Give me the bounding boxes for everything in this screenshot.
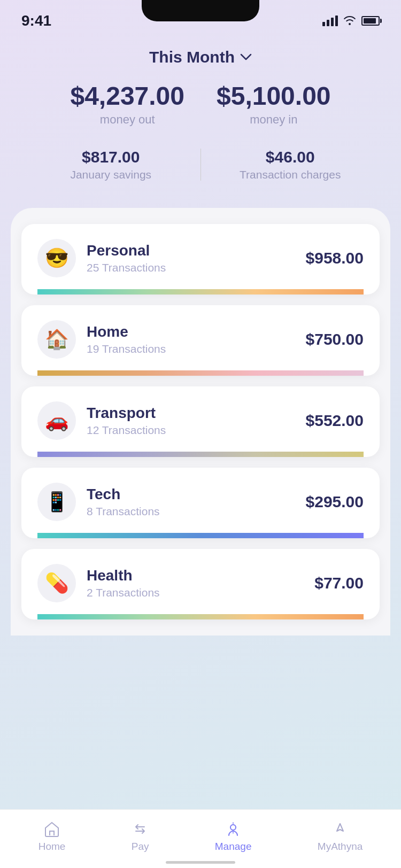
category-icon: 🏠 bbox=[37, 320, 76, 359]
category-info: Tech 8 Transactions bbox=[87, 486, 160, 518]
category-info: Home 19 Transactions bbox=[87, 323, 166, 355]
category-transactions: 25 Transactions bbox=[87, 261, 166, 274]
category-transactions: 2 Transactions bbox=[87, 586, 160, 599]
card-top: 💊 Health 2 Transactions $77.00 bbox=[37, 564, 364, 602]
money-in: $5,100.00 money in bbox=[217, 82, 331, 127]
myathyna-icon bbox=[331, 820, 349, 838]
savings-label: January savings bbox=[32, 168, 190, 181]
category-amount: $552.00 bbox=[306, 412, 364, 430]
notch bbox=[142, 0, 259, 21]
category-card[interactable]: 😎 Personal 25 Transactions $958.00 bbox=[21, 224, 380, 294]
category-icon: 📱 bbox=[37, 483, 76, 521]
savings-amount: $817.00 bbox=[32, 148, 190, 166]
category-card[interactable]: 💊 Health 2 Transactions $77.00 bbox=[21, 549, 380, 619]
card-left: 😎 Personal 25 Transactions bbox=[37, 239, 166, 277]
category-transactions: 12 Transactions bbox=[87, 424, 166, 437]
category-name: Health bbox=[87, 567, 160, 584]
header: This Month bbox=[0, 32, 401, 77]
nav-label-home: Home bbox=[38, 841, 66, 852]
category-info: Transport 12 Transactions bbox=[87, 405, 166, 437]
period-label: This Month bbox=[149, 48, 235, 66]
categories-container: 😎 Personal 25 Transactions $958.00 🏠 Hom… bbox=[11, 208, 390, 636]
period-selector[interactable]: This Month bbox=[149, 48, 252, 66]
money-in-amount: $5,100.00 bbox=[217, 82, 331, 111]
wifi-icon bbox=[343, 14, 356, 28]
signal-icon bbox=[322, 15, 338, 26]
home-bar bbox=[166, 861, 235, 864]
nav-label-myathyna: MyAthyna bbox=[318, 841, 363, 852]
category-transactions: 19 Transactions bbox=[87, 343, 166, 355]
nav-item-home[interactable]: Home bbox=[38, 820, 66, 852]
charges-item: $46.00 Transaction charges bbox=[212, 148, 369, 181]
manage-icon bbox=[225, 820, 242, 838]
category-icon: 💊 bbox=[37, 564, 76, 602]
category-amount: $958.00 bbox=[306, 249, 364, 267]
nav-item-myathyna[interactable]: MyAthyna bbox=[318, 820, 363, 852]
nav-item-pay[interactable]: Pay bbox=[132, 820, 149, 852]
category-info: Personal 25 Transactions bbox=[87, 242, 166, 274]
category-amount: $750.00 bbox=[306, 330, 364, 348]
category-icon: 🚗 bbox=[37, 401, 76, 440]
bottom-nav: Home Pay Manage MyAthyna bbox=[0, 809, 401, 868]
category-amount: $295.00 bbox=[306, 493, 364, 511]
money-out-label: money out bbox=[70, 113, 184, 127]
card-top: 😎 Personal 25 Transactions $958.00 bbox=[37, 239, 364, 277]
category-transactions: 8 Transactions bbox=[87, 505, 160, 518]
category-card[interactable]: 🏠 Home 19 Transactions $750.00 bbox=[21, 305, 380, 376]
battery-icon bbox=[361, 16, 380, 26]
charges-label: Transaction charges bbox=[212, 168, 369, 181]
category-icon: 😎 bbox=[37, 239, 76, 277]
category-name: Tech bbox=[87, 486, 160, 503]
card-top: 🚗 Transport 12 Transactions $552.00 bbox=[37, 401, 364, 440]
savings-item: $817.00 January savings bbox=[32, 148, 190, 181]
nav-label-pay: Pay bbox=[132, 841, 149, 852]
card-top: 📱 Tech 8 Transactions $295.00 bbox=[37, 483, 364, 521]
category-amount: $77.00 bbox=[314, 574, 364, 592]
progress-bar bbox=[37, 614, 364, 619]
card-left: 📱 Tech 8 Transactions bbox=[37, 483, 160, 521]
money-in-label: money in bbox=[217, 113, 331, 127]
money-overview: $4,237.00 money out $5,100.00 money in bbox=[0, 77, 401, 143]
chevron-down-icon bbox=[240, 50, 252, 64]
category-card[interactable]: 📱 Tech 8 Transactions $295.00 bbox=[21, 468, 380, 538]
charges-amount: $46.00 bbox=[212, 148, 369, 166]
card-top: 🏠 Home 19 Transactions $750.00 bbox=[37, 320, 364, 359]
category-name: Personal bbox=[87, 242, 166, 259]
card-left: 🚗 Transport 12 Transactions bbox=[37, 401, 166, 440]
svg-point-0 bbox=[230, 825, 236, 830]
savings-divider bbox=[200, 149, 201, 181]
savings-row: $817.00 January savings $46.00 Transacti… bbox=[32, 143, 369, 187]
category-name: Home bbox=[87, 323, 166, 340]
home-icon bbox=[43, 820, 60, 838]
nav-label-manage: Manage bbox=[215, 841, 252, 852]
progress-bar bbox=[37, 533, 364, 538]
card-left: 💊 Health 2 Transactions bbox=[37, 564, 160, 602]
money-out: $4,237.00 money out bbox=[70, 82, 184, 127]
status-icons bbox=[322, 14, 380, 28]
progress-bar bbox=[37, 289, 364, 294]
card-left: 🏠 Home 19 Transactions bbox=[37, 320, 166, 359]
pay-icon bbox=[132, 820, 149, 838]
category-card[interactable]: 🚗 Transport 12 Transactions $552.00 bbox=[21, 386, 380, 457]
status-time: 9:41 bbox=[21, 12, 51, 29]
money-out-amount: $4,237.00 bbox=[70, 82, 184, 111]
progress-bar bbox=[37, 370, 364, 376]
progress-bar bbox=[37, 452, 364, 457]
nav-item-manage[interactable]: Manage bbox=[215, 820, 252, 852]
category-name: Transport bbox=[87, 405, 166, 422]
category-info: Health 2 Transactions bbox=[87, 567, 160, 599]
